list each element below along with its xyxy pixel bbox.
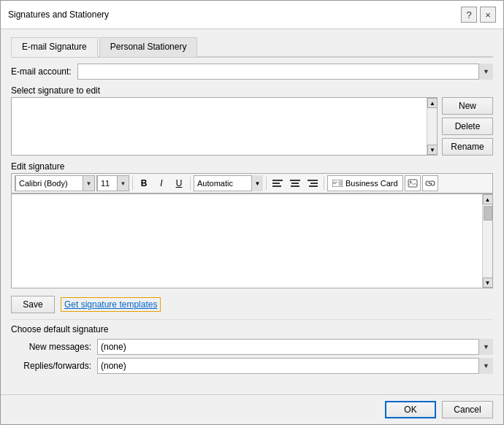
svg-rect-4	[291, 183, 299, 184]
dialog-footer: OK Cancel	[1, 394, 503, 424]
svg-rect-0	[272, 180, 283, 181]
insert-picture-button[interactable]	[405, 175, 421, 191]
tab-bar: E-mail Signature Personal Stationery	[11, 37, 493, 58]
help-button[interactable]: ?	[461, 7, 477, 23]
svg-rect-2	[272, 185, 281, 187]
delete-button[interactable]: Delete	[442, 118, 493, 135]
rename-button[interactable]: Rename	[442, 138, 493, 156]
font-dropdown-wrapper: Calibri (Body) ▼	[15, 175, 95, 191]
replies-dropdown-wrapper: (none) ▼	[97, 358, 493, 374]
toolbar-sep-1	[132, 177, 133, 190]
svg-rect-8	[309, 185, 318, 187]
svg-rect-10	[333, 182, 337, 183]
sig-list-wrapper: ▲ ▼	[11, 97, 438, 156]
business-card-icon	[332, 180, 343, 187]
sig-scroll-down[interactable]: ▼	[427, 145, 438, 155]
align-left-button[interactable]	[270, 175, 286, 191]
size-select[interactable]: 11	[97, 175, 126, 191]
replies-row: Replies/forwards: (none) ▼	[11, 358, 493, 374]
edit-signature-label: Edit signature	[11, 161, 493, 172]
align-right-icon	[308, 179, 318, 188]
signature-toolbar: Calibri (Body) ▼ 11 ▼ B I U Automa	[11, 173, 493, 194]
underline-button[interactable]: U	[171, 175, 187, 191]
edit-scroll-up[interactable]: ▲	[483, 194, 493, 204]
sig-list[interactable]	[12, 98, 427, 155]
new-button[interactable]: New	[442, 97, 493, 115]
title-bar: Signatures and Stationery ? ×	[1, 1, 503, 29]
choose-default-label: Choose default signature	[11, 324, 493, 334]
edit-signature-section: Edit signature Calibri (Body) ▼ 11 ▼ B	[11, 161, 493, 288]
cancel-button[interactable]: Cancel	[442, 401, 493, 418]
dialog-content: E-mail Signature Personal Stationery E-m…	[1, 29, 503, 394]
sig-scroll-up[interactable]: ▲	[427, 98, 438, 108]
sig-list-scrollbar: ▲ ▼	[427, 98, 437, 155]
sig-scroll-track	[427, 108, 437, 145]
edit-area: ▲ ▼	[11, 194, 493, 288]
align-center-button[interactable]	[287, 175, 303, 191]
select-signature-section: Select signature to edit ▲ ▼ New Delete …	[11, 85, 493, 156]
color-dropdown-wrapper: Automatic ▼	[194, 175, 263, 191]
insert-picture-icon	[408, 179, 418, 188]
align-right-button[interactable]	[305, 175, 321, 191]
edit-scroll-track	[484, 204, 492, 277]
save-button[interactable]: Save	[11, 296, 55, 313]
email-account-dropdown-wrapper: ▼	[77, 64, 493, 80]
title-bar-controls: ? ×	[461, 7, 496, 23]
toolbar-sep-4	[324, 177, 324, 190]
italic-button[interactable]: I	[153, 175, 169, 191]
replies-select[interactable]: (none)	[97, 358, 493, 374]
email-account-select[interactable]	[77, 64, 493, 80]
new-messages-dropdown-wrapper: (none) ▼	[97, 339, 493, 355]
new-messages-select[interactable]: (none)	[97, 339, 493, 355]
replies-label: Replies/forwards:	[11, 361, 91, 371]
bottom-buttons: Save Get signature templates	[11, 296, 493, 313]
new-messages-label: New messages:	[11, 342, 91, 352]
hyperlink-icon	[425, 179, 435, 188]
dialog: Signatures and Stationery ? × E-mail Sig…	[0, 0, 504, 425]
svg-rect-7	[310, 183, 318, 184]
business-card-button[interactable]: Business Card	[327, 175, 403, 191]
edit-content[interactable]	[12, 194, 482, 288]
font-select[interactable]: Calibri (Body)	[15, 175, 83, 191]
align-left-icon	[272, 179, 283, 188]
email-account-label: E-mail account:	[11, 66, 72, 77]
choose-default-section: Choose default signature New messages: (…	[11, 319, 493, 377]
email-account-row: E-mail account: ▼	[11, 64, 493, 80]
tab-email-signature[interactable]: E-mail Signature	[11, 37, 98, 57]
toolbar-sep-2	[190, 177, 191, 190]
svg-rect-1	[272, 183, 280, 184]
sig-select-area: ▲ ▼ New Delete Rename	[11, 97, 493, 156]
insert-hyperlink-button[interactable]	[422, 175, 438, 191]
get-templates-button[interactable]: Get signature templates	[61, 297, 161, 312]
select-signature-label: Select signature to edit	[11, 85, 493, 96]
svg-rect-6	[308, 180, 318, 181]
edit-scrollbar: ▲ ▼	[482, 194, 492, 288]
align-center-icon	[290, 179, 300, 188]
font-arrow-icon: ▼	[83, 176, 94, 191]
new-messages-row: New messages: (none) ▼	[11, 339, 493, 355]
ok-button[interactable]: OK	[385, 401, 436, 418]
edit-scroll-thumb[interactable]	[484, 206, 492, 221]
svg-rect-13	[408, 180, 417, 187]
color-select[interactable]: Automatic	[194, 175, 263, 191]
size-dropdown-wrapper: 11 ▼	[96, 175, 129, 191]
bold-button[interactable]: B	[136, 175, 152, 191]
toolbar-sep-3	[266, 177, 267, 190]
close-button[interactable]: ×	[480, 7, 496, 23]
business-card-label: Business Card	[345, 179, 398, 188]
svg-rect-5	[291, 185, 299, 187]
dialog-title: Signatures and Stationery	[8, 9, 109, 20]
tab-personal-stationery[interactable]: Personal Stationery	[99, 37, 198, 57]
svg-rect-11	[333, 183, 336, 184]
edit-scroll-down[interactable]: ▼	[483, 277, 493, 288]
svg-rect-3	[290, 180, 300, 181]
svg-rect-12	[339, 181, 342, 185]
sig-action-buttons: New Delete Rename	[442, 97, 493, 156]
